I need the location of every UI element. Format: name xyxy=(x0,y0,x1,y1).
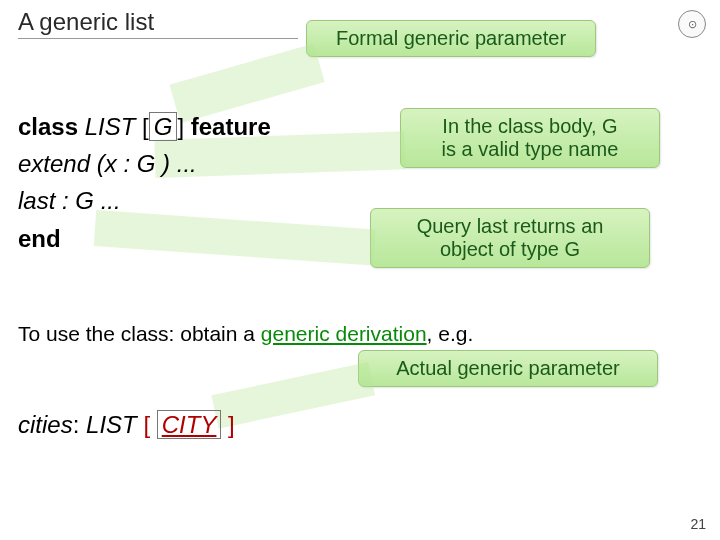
kw-class: class xyxy=(18,113,78,140)
use-pre: To use the class: obtain a xyxy=(18,322,261,345)
class-name-list: LIST xyxy=(85,113,136,140)
bracket-open: [ xyxy=(142,113,149,140)
callout-actual-generic: Actual generic parameter xyxy=(358,350,658,387)
code-line-1: class LIST [G] feature xyxy=(18,108,271,145)
red-rbracket: ] xyxy=(228,411,235,438)
callout-valid-type: In the class body, G is a valid type nam… xyxy=(400,108,660,168)
callout-query-last: Query last returns an object of type G xyxy=(370,208,650,268)
code-line-4: end xyxy=(18,220,271,257)
generic-G-box: G xyxy=(149,112,178,141)
type-list: LIST xyxy=(86,411,143,438)
city-box: CITY xyxy=(157,410,222,439)
extend-rest: (x : G ) ... xyxy=(97,150,197,177)
callout-formal-generic: Formal generic parameter xyxy=(306,20,596,57)
var-cities: cities xyxy=(18,411,73,438)
corner-logo: ⊙ xyxy=(678,10,706,38)
last-rest: : G ... xyxy=(62,187,121,214)
bracket-close: ] xyxy=(177,113,184,140)
usage-sentence: To use the class: obtain a generic deriv… xyxy=(18,318,473,351)
red-lbracket: [ xyxy=(143,411,150,438)
pointer-actual xyxy=(211,362,375,429)
feature-last: last xyxy=(18,187,55,214)
kw-feature: feature xyxy=(191,113,271,140)
feature-extend: extend xyxy=(18,150,90,177)
use-post: , e.g. xyxy=(427,322,474,345)
code-line-2: extend (x : G ) ... xyxy=(18,145,271,182)
use-mid: generic derivation xyxy=(261,322,427,345)
code-block: class LIST [G] feature extend (x : G ) .… xyxy=(18,108,271,257)
slide-title: A generic list xyxy=(18,8,298,39)
colon: : xyxy=(73,411,86,438)
cities-declaration: cities: LIST [ CITY ] xyxy=(18,406,235,443)
code-line-3: last : G ... xyxy=(18,182,271,219)
page-number: 21 xyxy=(690,516,706,532)
kw-end: end xyxy=(18,225,61,252)
